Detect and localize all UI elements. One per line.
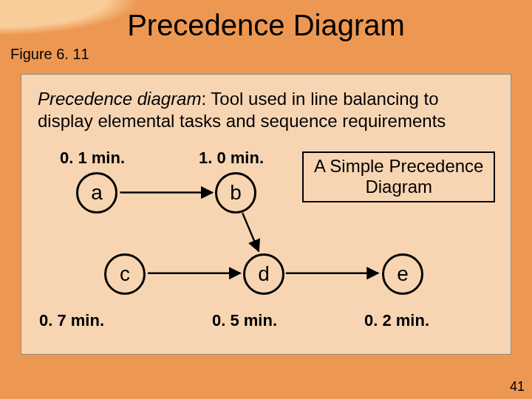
content-panel: Precedence diagram: Tool used in line ba… bbox=[21, 74, 511, 355]
node-b-label: b bbox=[230, 181, 242, 205]
node-d-label: d bbox=[258, 262, 270, 286]
time-label-b: 1. 0 min. bbox=[199, 149, 264, 168]
time-label-a: 0. 1 min. bbox=[60, 149, 125, 168]
page-number: 41 bbox=[510, 379, 525, 395]
time-label-c: 0. 7 min. bbox=[39, 311, 104, 330]
definition-text: Precedence diagram: Tool used in line ba… bbox=[38, 88, 494, 132]
page-title: Precedence Diagram bbox=[0, 9, 532, 42]
node-b: b bbox=[215, 172, 256, 214]
node-c: c bbox=[104, 253, 146, 295]
edge-b-d bbox=[242, 213, 259, 251]
time-label-e: 0. 2 min. bbox=[364, 311, 429, 330]
diagram-caption-line2: Diagram bbox=[314, 177, 483, 197]
definition-term: Precedence diagram bbox=[38, 89, 201, 109]
node-d: d bbox=[243, 253, 284, 295]
slide: Precedence Diagram Figure 6. 11 Preceden… bbox=[0, 0, 532, 399]
node-e: e bbox=[382, 253, 423, 295]
precedence-diagram: 0. 1 min. 1. 0 min. A Simple Precedence … bbox=[21, 149, 511, 354]
node-a-label: a bbox=[91, 181, 103, 205]
diagram-caption-box: A Simple Precedence Diagram bbox=[302, 151, 495, 202]
node-c-label: c bbox=[120, 262, 130, 286]
node-e-label: e bbox=[397, 262, 409, 286]
figure-label: Figure 6. 11 bbox=[10, 46, 89, 63]
diagram-caption-line1: A Simple Precedence bbox=[314, 156, 483, 177]
time-label-d: 0. 5 min. bbox=[212, 311, 277, 330]
node-a: a bbox=[76, 172, 117, 214]
